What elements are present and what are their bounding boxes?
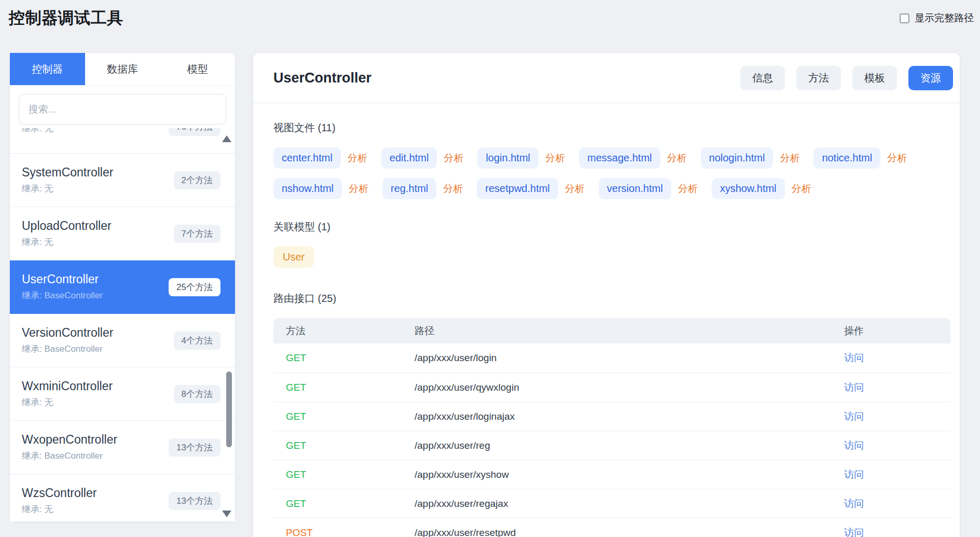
show-full-path-label: 显示完整路径 bbox=[915, 11, 974, 25]
view-file-chip[interactable]: nologin.html bbox=[701, 147, 774, 169]
main-content: 视图文件 (11) center.html 分析 edit.html 分析 lo… bbox=[253, 103, 960, 537]
method-count-badge: 8个方法 bbox=[174, 385, 220, 403]
controller-inherit: 继承: 无 bbox=[22, 396, 113, 408]
controller-name: VersionController bbox=[22, 326, 113, 340]
visit-link[interactable]: 访问 bbox=[844, 411, 864, 422]
scrollbar-thumb[interactable] bbox=[226, 371, 232, 447]
controller-list-item[interactable]: WzsController 继承: 无 13个方法 bbox=[10, 474, 235, 521]
routes-table-body: GET /app/xxx/user/login 访问 GET /app/xxx/… bbox=[273, 343, 950, 537]
controller-inherit: 继承: BaseController bbox=[22, 450, 117, 462]
route-row: POST /app/xxx/user/resetpwd 访问 bbox=[273, 518, 950, 537]
detail-tab-label: 模板 bbox=[864, 72, 885, 84]
column-header-method: 方法 bbox=[273, 324, 415, 338]
sidebar: 控制器 数据库 模型 继承: 无 76个方法 bbox=[10, 53, 235, 521]
detail-tab[interactable]: 信息 bbox=[740, 66, 785, 90]
view-file-chip[interactable]: center.html bbox=[273, 147, 341, 169]
controller-list: 继承: 无 76个方法 SystemController 继承: 无 2个方法 … bbox=[10, 128, 235, 521]
view-file-chip[interactable]: reg.html bbox=[382, 178, 436, 199]
route-method: GET bbox=[273, 352, 415, 364]
sidebar-tab[interactable]: 数据库 bbox=[85, 53, 160, 85]
controller-list-item[interactable]: SystemController 继承: 无 2个方法 bbox=[10, 154, 235, 207]
controller-list-item[interactable]: WxminiController 继承: 无 8个方法 bbox=[10, 367, 235, 421]
controller-list-item[interactable]: UserController 继承: BaseController 25个方法 bbox=[10, 260, 235, 314]
related-models-list: User bbox=[273, 246, 950, 268]
visit-link[interactable]: 访问 bbox=[844, 382, 864, 393]
analyze-link[interactable]: 分析 bbox=[678, 182, 698, 196]
route-method: POST bbox=[273, 527, 415, 537]
controller-inherit: 继承: 无 bbox=[22, 183, 113, 195]
analyze-link[interactable]: 分析 bbox=[349, 182, 368, 196]
column-header-action: 操作 bbox=[844, 324, 950, 338]
route-method: GET bbox=[273, 498, 415, 510]
show-full-path-control[interactable]: 显示完整路径 bbox=[900, 11, 974, 25]
show-full-path-checkbox[interactable] bbox=[900, 13, 909, 23]
analyze-link[interactable]: 分析 bbox=[545, 152, 565, 165]
view-file-chip[interactable]: message.html bbox=[579, 147, 660, 169]
route-path: /app/xxx/user/login bbox=[415, 352, 844, 364]
analyze-link[interactable]: 分析 bbox=[348, 152, 367, 165]
analyze-link[interactable]: 分析 bbox=[792, 182, 811, 196]
main-panel: UserController 信息 方法 模板 资源 视图文件 (11) bbox=[253, 53, 960, 537]
view-file-chip[interactable]: resetpwd.html bbox=[477, 178, 558, 199]
scroll-down-arrow-icon[interactable] bbox=[222, 511, 231, 517]
detail-tab[interactable]: 资源 bbox=[908, 66, 953, 90]
detail-tab-label: 方法 bbox=[808, 72, 829, 84]
search-input[interactable] bbox=[19, 94, 226, 125]
analyze-link[interactable]: 分析 bbox=[780, 152, 799, 165]
view-file-chip[interactable]: notice.html bbox=[813, 147, 880, 169]
detail-tab-label: 信息 bbox=[752, 72, 773, 84]
route-method: GET bbox=[273, 440, 415, 451]
analyze-link[interactable]: 分析 bbox=[667, 152, 687, 165]
detail-tab[interactable]: 方法 bbox=[796, 66, 841, 90]
visit-link[interactable]: 访问 bbox=[844, 498, 864, 509]
view-file-entry: edit.html 分析 bbox=[381, 147, 478, 169]
method-count-badge: 4个方法 bbox=[174, 332, 220, 350]
method-count-badge: 13个方法 bbox=[169, 492, 220, 510]
controller-inherit: 继承: BaseController bbox=[22, 343, 113, 355]
view-file-chip[interactable]: edit.html bbox=[381, 147, 437, 169]
analyze-link[interactable]: 分析 bbox=[444, 152, 463, 165]
analyze-link[interactable]: 分析 bbox=[565, 182, 585, 196]
view-file-chip[interactable]: xyshow.html bbox=[712, 178, 785, 199]
view-file-chip[interactable]: nshow.html bbox=[273, 178, 342, 199]
sidebar-tabs: 控制器 数据库 模型 bbox=[10, 53, 235, 86]
controller-list-item[interactable]: UploadController 继承: 无 7个方法 bbox=[10, 207, 235, 260]
page: 控制器调试工具 显示完整路径 控制器 数据库 模型 bbox=[0, 0, 980, 537]
view-file-entry: login.html 分析 bbox=[477, 147, 579, 169]
method-count-badge: 76个方法 bbox=[169, 128, 220, 136]
analyze-link[interactable]: 分析 bbox=[887, 152, 907, 165]
visit-link[interactable]: 访问 bbox=[844, 440, 864, 451]
sidebar-tab[interactable]: 控制器 bbox=[10, 53, 85, 85]
view-file-entry: center.html 分析 bbox=[273, 147, 381, 169]
controller-name: WxminiController bbox=[22, 379, 113, 393]
model-chip[interactable]: User bbox=[273, 246, 314, 268]
detail-tab[interactable]: 模板 bbox=[852, 66, 897, 90]
controller-list-item[interactable]: 继承: 无 76个方法 bbox=[10, 128, 235, 154]
sidebar-tab-label: 模型 bbox=[187, 62, 208, 76]
visit-link[interactable]: 访问 bbox=[844, 469, 864, 480]
visit-link[interactable]: 访问 bbox=[844, 527, 864, 537]
controller-name: UploadController bbox=[22, 219, 112, 233]
analyze-link[interactable]: 分析 bbox=[443, 182, 463, 196]
page-title: 控制器调试工具 bbox=[9, 7, 123, 29]
controller-list-item[interactable]: VersionController 继承: BaseController 4个方… bbox=[10, 314, 235, 367]
route-path: /app/xxx/user/reg bbox=[415, 440, 844, 451]
route-row: GET /app/xxx/user/login 访问 bbox=[273, 343, 950, 373]
related-models-heading: 关联模型 (1) bbox=[273, 220, 950, 234]
visit-link[interactable]: 访问 bbox=[844, 352, 864, 363]
column-header-path: 路径 bbox=[415, 324, 844, 338]
controller-info: WxopenController 继承: BaseController bbox=[22, 433, 117, 462]
view-file-chip[interactable]: login.html bbox=[477, 147, 539, 169]
routes-table: 方法 路径 操作 GET /app/xxx/user/login 访问 GET bbox=[273, 318, 950, 537]
route-path: /app/xxx/user/loginajax bbox=[415, 411, 844, 422]
detail-tabs: 信息 方法 模板 资源 bbox=[740, 66, 953, 90]
controller-inherit: 继承: 无 bbox=[22, 128, 53, 134]
controller-list-item[interactable]: WxopenController 继承: BaseController 13个方… bbox=[10, 421, 235, 474]
controller-name: SystemController bbox=[22, 166, 113, 180]
controller-name: WzsController bbox=[22, 486, 96, 500]
sidebar-tab[interactable]: 模型 bbox=[160, 53, 235, 85]
scroll-up-arrow-icon[interactable] bbox=[222, 135, 231, 142]
controller-info: UserController 继承: BaseController bbox=[22, 272, 103, 301]
view-file-entry: nologin.html 分析 bbox=[701, 147, 814, 169]
view-file-chip[interactable]: version.html bbox=[599, 178, 671, 199]
